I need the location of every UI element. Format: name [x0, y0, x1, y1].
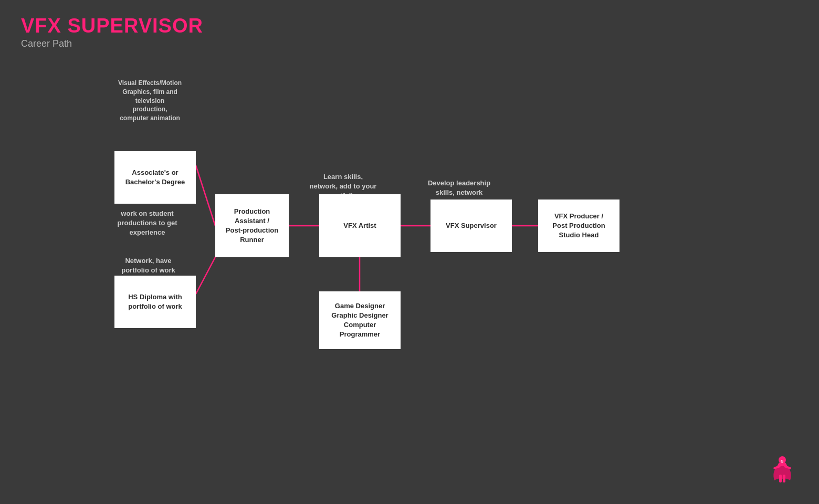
vfx-producer-box: VFX Producer /Post ProductionStudio Head — [538, 200, 620, 252]
degree-box-label: Associate's orBachelor's Degree — [125, 168, 185, 187]
svg-line-1 — [196, 257, 215, 294]
develop-label: Develop leadershipskills, network — [411, 178, 508, 197]
vfx-supervisor-box: VFX Supervisor — [430, 200, 512, 252]
work-label: work on studentproductions to getexperie… — [104, 209, 191, 238]
production-box: ProductionAssistant /Post-productionRunn… — [215, 194, 289, 257]
network-label: Network, haveportfolio of work — [108, 256, 189, 275]
header: VFX SUPERVISOR Career Path — [21, 15, 203, 49]
mascot-icon: G — [766, 452, 798, 488]
page-subtitle: Career Path — [21, 38, 203, 49]
vfx-producer-label: VFX Producer /Post ProductionStudio Head — [552, 212, 605, 240]
logo: G — [766, 452, 798, 488]
svg-rect-9 — [779, 475, 782, 482]
alt-careers-label: Game DesignerGraphic DesignerComputerPro… — [331, 301, 388, 340]
vfx-artist-label: VFX Artist — [343, 221, 376, 230]
svg-line-0 — [196, 165, 215, 226]
vfx-artist-box: VFX Artist — [319, 194, 401, 257]
page-title: VFX SUPERVISOR — [21, 15, 203, 37]
career-diagram: Visual Effects/MotionGraphics, film andt… — [0, 74, 819, 441]
hs-diploma-box: HS Diploma withportfolio of work — [114, 276, 196, 328]
study-label: Visual Effects/MotionGraphics, film andt… — [104, 79, 196, 123]
production-label: ProductionAssistant /Post-productionRunn… — [226, 207, 278, 245]
svg-text:G: G — [781, 459, 784, 463]
vfx-supervisor-label: VFX Supervisor — [446, 221, 497, 230]
svg-rect-10 — [783, 475, 785, 482]
hs-diploma-label: HS Diploma withportfolio of work — [128, 292, 182, 311]
alt-careers-box: Game DesignerGraphic DesignerComputerPro… — [319, 291, 401, 349]
degree-box: Associate's orBachelor's Degree — [114, 151, 196, 204]
